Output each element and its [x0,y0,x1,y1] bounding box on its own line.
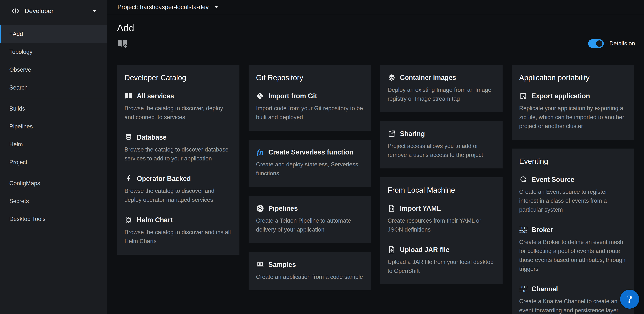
item-description: Browse the catalog to discover database … [124,145,232,163]
svg-text:IIOII: IIOII [519,289,527,293]
tekton-icon [256,204,264,213]
chevron-down-icon[interactable] [214,5,218,9]
details-toggle[interactable] [588,39,604,48]
help-button[interactable]: ? [620,290,639,309]
item-description: Browse the catalog to discover and insta… [124,228,232,246]
sidebar-item-topology[interactable]: Topology [0,43,107,61]
item-title: Broker [532,226,553,234]
item-container-images[interactable]: Container imagesDeploy an existing Image… [388,73,495,103]
card-create-serverless-function: fnCreate Serverless functionCreate and d… [248,140,371,187]
catalog-book-icon [124,92,133,100]
item-title: Create Serverless function [268,148,353,156]
page-header: Add Details on [117,14,635,54]
item-description: Import code from your Git repository to … [256,104,364,122]
share-icon [388,130,396,138]
item-description: Create an application from a code sample [256,273,364,282]
sidebar-item-project[interactable]: Project [0,153,107,171]
sidebar-item-observe[interactable]: Observe [0,61,107,79]
code-slash-icon [11,7,20,15]
card-samples: SamplesCreate an application from a code… [248,252,371,290]
database-icon [124,133,133,141]
sidebar-item-builds[interactable]: Builds [0,100,107,118]
item-title: Container images [400,74,456,81]
item-export-application[interactable]: Export applicationReplicate your applica… [519,92,627,131]
item-title: All services [137,92,174,100]
card-column: Git RepositoryImport from GitImport code… [248,65,371,290]
main-area: Project: harshcasper-localsta-dev Add De… [107,0,644,314]
card-eventing: EventingEvent SourceCreate an Event sour… [512,149,634,314]
card-title: Application portability [519,73,627,82]
item-create-serverless-function[interactable]: fnCreate Serverless functionCreate and d… [256,148,364,178]
item-description: Create an Event source to register inter… [519,187,627,214]
helm-icon [124,216,133,224]
item-broker[interactable]: IOIOIIOIIBrokerCreate a Broker to define… [519,226,627,274]
layers-icon [388,73,396,82]
item-samples[interactable]: SamplesCreate an application from a code… [256,261,364,282]
sidebar-item-pipelines[interactable]: Pipelines [0,118,107,135]
svg-text:IIOII: IIOII [519,230,527,234]
event-source-icon [519,176,527,184]
card-from-local-machine: From Local MachineImport YAMLCreate reso… [380,177,502,285]
context-bar: Project: harshcasper-localsta-dev [107,0,644,14]
item-import-from-git[interactable]: Import from GitImport code from your Git… [256,92,364,122]
item-description: Upload a JAR file from your local deskto… [388,258,495,276]
item-pipelines[interactable]: PipelinesCreate a Tekton Pipeline to aut… [256,204,364,234]
item-description: Browse the catalog to discover and deplo… [124,187,232,204]
item-description: Create a Broker to define an event mesh … [519,238,627,274]
perspective-switcher[interactable]: Developer [0,0,107,22]
sidebar-item-configmaps[interactable]: ConfigMaps [0,174,107,192]
item-title: Database [137,133,166,141]
sidebar-item-add[interactable]: +Add [0,25,107,43]
item-description: Browse the catalog to discover, deploy a… [124,104,232,122]
item-import-yaml[interactable]: Import YAMLCreate resources from their Y… [388,204,495,234]
item-description: Replicate your application by exporting … [519,104,627,131]
laptop-code-icon [256,261,264,269]
book-plus-icon[interactable] [117,39,128,48]
item-operator-backed[interactable]: Operator BackedBrowse the catalog to dis… [124,175,232,204]
fn-icon: fn [256,148,264,156]
item-description: Create resources from their YAML or JSON… [388,216,495,234]
item-description: Create a Tekton Pipeline to automate del… [256,216,364,234]
sidebar-item-helm[interactable]: Helm [0,135,107,153]
card-application-portability: Application portabilityExport applicatio… [512,65,634,140]
bolt-icon [124,175,133,183]
card-title: From Local Machine [388,186,495,194]
sidebar-item-search[interactable]: Search [0,79,107,97]
item-database[interactable]: DatabaseBrowse the catalog to discover d… [124,133,232,163]
card-column: Application portabilityExport applicatio… [512,65,634,314]
add-cards-grid: Developer CatalogAll servicesBrowse the … [117,65,635,314]
item-description: Project access allows you to add or remo… [388,142,495,160]
details-toggle-label: Details on [609,40,635,47]
card-title: Developer Catalog [124,73,232,82]
item-helm-chart[interactable]: Helm ChartBrowse the catalog to discover… [124,216,232,246]
svg-text:IOIO: IOIO [519,226,527,230]
broker-icon: IOIOIIOII [519,226,527,234]
page-content: Add Details on Developer CatalogAll serv… [107,14,644,314]
item-title: Sharing [400,130,425,138]
card-container-images: Container imagesDeploy an existing Image… [380,65,502,112]
sidebar-item-secrets[interactable]: Secrets [0,192,107,210]
item-title: Import YAML [400,205,441,212]
git-icon [256,92,264,100]
perspective-label: Developer [24,7,54,14]
project-selector[interactable]: Project: harshcasper-localsta-dev [118,3,209,10]
item-description: Create a Knative Channel to create an ev… [519,297,627,314]
sidebar-item-desktop-tools[interactable]: Desktop Tools [0,210,107,228]
item-channel[interactable]: IOIOIIOIIChannelCreate a Knative Channel… [519,285,627,314]
item-sharing[interactable]: SharingProject access allows you to add … [388,130,495,160]
card-sharing: SharingProject access allows you to add … [380,121,502,168]
item-upload-jar-file[interactable]: Upload JAR fileUpload a JAR file from yo… [388,246,495,276]
file-code-icon [388,204,396,213]
item-title: Pipelines [268,205,298,212]
item-event-source[interactable]: Event SourceCreate an Event source to re… [519,176,627,214]
channel-icon: IOIOIIOII [519,285,527,293]
file-upload-icon [388,246,396,254]
item-title: Upload JAR file [400,246,450,254]
sidebar-nav-group: +AddTopologyObserveSearch [0,25,107,97]
item-all-services[interactable]: All servicesBrowse the catalog to discov… [124,92,232,122]
item-title: Operator Backed [137,175,191,183]
item-title: Import from Git [268,92,317,100]
card-column: Developer CatalogAll servicesBrowse the … [117,65,240,255]
sidebar-nav-group: ConfigMapsSecretsDesktop Tools [0,173,107,228]
svg-text:IOIO: IOIO [519,285,527,289]
